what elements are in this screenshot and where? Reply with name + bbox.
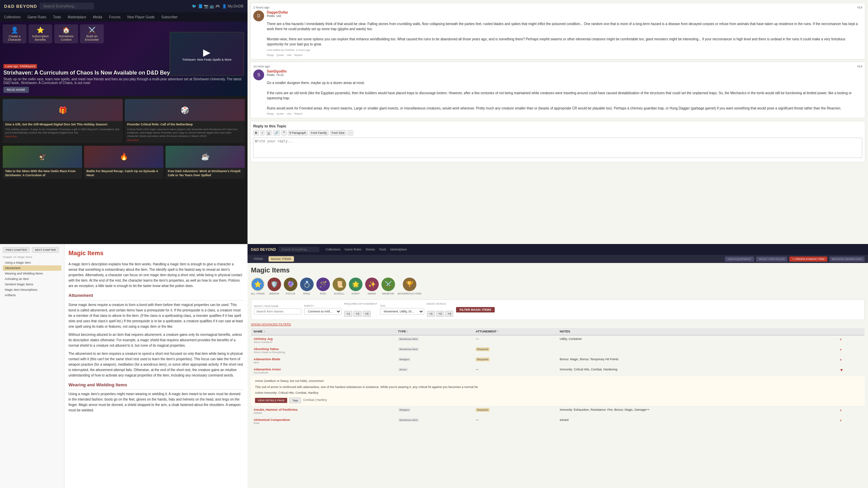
section-activating[interactable]: Activating an Item — [3, 276, 61, 282]
expand-icon-3[interactable]: ▼ — [840, 368, 844, 372]
magic-nav-stories[interactable]: Stories — [366, 248, 375, 251]
section-artifacts[interactable]: Artifacts — [3, 292, 61, 298]
nav-search-input[interactable] — [40, 3, 94, 9]
section-using-magic[interactable]: Using a Magic Item — [3, 260, 61, 265]
expand-icon-5[interactable]: + — [840, 418, 842, 423]
content-card-0[interactable]: 🎁 Give a Gift, Get the Gift-Wrapped Digi… — [3, 99, 123, 143]
read-more-button[interactable]: READ MORE — [3, 87, 29, 93]
homebrew-card[interactable]: 🏠 Homebrew Content — [54, 24, 78, 43]
type-rod[interactable]: 🪄 ROD — [316, 278, 330, 295]
quote-toolbar-btn[interactable]: ❝ — [281, 130, 287, 136]
content-card-1[interactable]: 🎲 Preorder Critical Role: Call of the Ne… — [125, 99, 245, 143]
font-size-btn[interactable]: Font Size — [330, 130, 346, 136]
post-username-1[interactable]: SamDgodlin — [267, 69, 287, 73]
type-wondrous[interactable]: 🏆 WONDROUS ITEM — [398, 278, 421, 295]
item-name-link-1[interactable]: Absorbing Tattoo — [254, 347, 279, 351]
create-magic-item-btn[interactable]: + CREATE A MAGIC ITEM — [789, 257, 827, 262]
font-family-btn[interactable]: Font Family — [309, 130, 329, 136]
user-icon[interactable]: 👤 My.DnDB — [222, 4, 243, 8]
report-btn-1[interactable]: Report — [294, 112, 302, 115]
quote-btn-1[interactable]: Quote — [276, 112, 284, 115]
advanced-filter-link[interactable]: SHOW ADVANCED FILTERS — [251, 323, 865, 326]
nav-tools[interactable]: Tools — [53, 15, 61, 19]
magic-nav-marketplace[interactable]: Marketplace — [390, 248, 407, 251]
like-btn-0[interactable]: Like — [287, 54, 292, 57]
tag-filter-select[interactable]: Movement, Utility, Di... — [380, 308, 424, 315]
attune-plus2[interactable]: +2 — [353, 311, 361, 317]
filter-magic-items-button[interactable]: FILTER MAGIC ITEMS — [456, 307, 494, 312]
bonus-plus3[interactable]: +3 — [445, 311, 453, 317]
nav-forums[interactable]: Forums — [109, 15, 121, 19]
bottom-card-1[interactable]: 🔥 Battle For Beyond Recap: Catch Up on E… — [84, 146, 163, 179]
item-name-link-5[interactable]: Alchemical Compendium — [254, 418, 290, 422]
card-date-0[interactable]: Read More — [5, 135, 120, 138]
like-btn-1[interactable]: Like — [287, 112, 292, 115]
tab-magic-items[interactable]: MAGIC ITEMS — [269, 256, 294, 262]
name-filter-input[interactable] — [254, 308, 301, 314]
section-descriptions[interactable]: Magic Item Descriptions — [3, 287, 61, 292]
expand-icon-0[interactable]: + — [840, 337, 842, 342]
italic-btn[interactable]: I — [260, 130, 265, 136]
type-ring[interactable]: 💍 RING — [300, 278, 314, 295]
type-all[interactable]: ⭐ ALL ITEMS — [251, 278, 265, 295]
reply-btn-1[interactable]: Reply — [267, 112, 274, 115]
expand-icon-1[interactable]: + — [840, 347, 842, 352]
item-name-link-0[interactable]: Alchemy Jug — [254, 337, 273, 341]
bonus-plus2[interactable]: +2 — [436, 311, 444, 317]
magic-nav-collections[interactable]: Collections — [326, 248, 340, 251]
view-equipment-btn[interactable]: VIEW EQUIPMENT — [725, 257, 754, 262]
more-tools-btn[interactable]: ··· — [348, 130, 354, 136]
quote-btn-0[interactable]: Quote — [276, 54, 284, 57]
nav-game-rules[interactable]: Game Rules — [27, 15, 46, 19]
report-btn-0[interactable]: Report — [294, 54, 302, 57]
expand-icon-2[interactable]: + — [840, 358, 842, 362]
paragraph-btn[interactable]: ¶ Paragraph — [288, 130, 308, 136]
link-btn[interactable]: 🔗 — [273, 130, 280, 136]
expand-icon-4[interactable]: + — [840, 408, 842, 413]
source-btn[interactable]: Tags — [289, 398, 301, 403]
browse-dndbeyond-btn[interactable]: BROWSE D&DBEYOND — [829, 257, 865, 262]
attune-plus1[interactable]: +1 — [344, 311, 352, 317]
magic-nav-rules[interactable]: Game Rules — [344, 248, 361, 251]
col-attunement[interactable]: ATTUNEMENT ↑ — [473, 328, 557, 335]
type-staff[interactable]: 🌟 STAFF — [349, 278, 362, 295]
bottom-card-2[interactable]: ☕ Free D&D Adventure: Work at Strixhaven… — [165, 146, 245, 179]
create-character-card[interactable]: 👤 Create a Character — [3, 24, 26, 43]
hero-video[interactable]: ▶ Trixhaven: New Feats Spells & More — [170, 32, 244, 76]
attune-plus3[interactable]: +3 — [363, 311, 371, 317]
underline-btn[interactable]: U — [266, 130, 272, 136]
prev-chapter-btn[interactable]: PREV CHAPTER — [3, 247, 30, 253]
col-name[interactable]: NAME ↑ — [251, 328, 395, 335]
bonus-plus1[interactable]: +1 — [427, 311, 435, 317]
nav-marketplace[interactable]: Marketplace — [68, 15, 86, 19]
type-wand[interactable]: ✨ WAND — [365, 278, 379, 295]
type-focus[interactable]: 🔮 FOCUS — [284, 278, 297, 295]
nav-media[interactable]: Media — [93, 15, 102, 19]
next-chapter-btn[interactable]: NEXT CHAPTER — [32, 247, 59, 253]
nav-subscriber[interactable]: Subscriber — [161, 15, 178, 19]
nav-new-player[interactable]: New Player Guide — [127, 15, 155, 19]
item-name-link-3[interactable]: Adamantine Armor — [254, 368, 281, 371]
section-attunement[interactable]: Attunement — [3, 265, 61, 271]
type-weapon[interactable]: ⚔️ WEAPON — [381, 278, 395, 295]
item-name-link-4[interactable]: Amulet, Hammer of Panthrima — [254, 408, 297, 411]
encounter-card[interactable]: ⚔️ Build an Encounter — [80, 24, 104, 43]
bold-btn[interactable]: B — [253, 130, 259, 136]
tab-items[interactable]: ITEMS — [251, 256, 266, 262]
type-scroll[interactable]: 📜 SCROLL — [333, 278, 346, 295]
view-details-btn[interactable]: VIEW DETAILS PAGE — [255, 398, 287, 403]
section-sentient[interactable]: Sentient Magic Items — [3, 282, 61, 287]
card-date-1[interactable]: Read More — [127, 139, 242, 141]
reply-btn-0[interactable]: Reply — [267, 54, 274, 57]
magic-search-input[interactable] — [279, 247, 319, 252]
section-wearing[interactable]: Wearing and Wielding Items — [3, 271, 61, 276]
magic-nav-tools[interactable]: Tools — [379, 248, 386, 251]
rarity-filter-select[interactable]: Common to Artif... — [304, 308, 341, 315]
bottom-card-0[interactable]: 🦅 Take to the Skies With the New Owlin R… — [3, 146, 82, 179]
item-name-link-2[interactable]: Adamantine Blade — [254, 358, 280, 361]
reply-textarea[interactable] — [253, 138, 862, 158]
subscription-card[interactable]: ⭐ Subscription Benefits — [28, 24, 52, 43]
magic-item-rules-btn[interactable]: MAGIC ITEM RULES — [756, 257, 787, 262]
nav-collections[interactable]: Collections — [4, 15, 21, 19]
type-armor[interactable]: 🛡️ ARMOR — [268, 278, 281, 295]
